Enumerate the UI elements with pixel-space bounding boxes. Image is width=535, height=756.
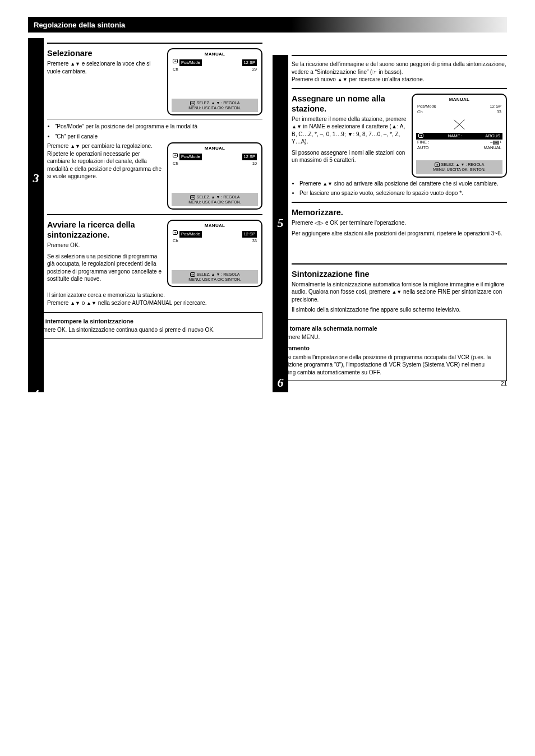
right-note-box: Per tornare alla schermata normale Preme… (273, 319, 507, 381)
osd-head: MANUAL (172, 52, 258, 58)
function-icon (173, 230, 178, 235)
osd-row-r: 10 (252, 161, 257, 166)
osd-panel-c: MANUAL Pos/Mode12 SP Ch33 SELEZ. ▲ ▼ : R… (167, 220, 262, 287)
function-icon (418, 133, 423, 138)
note-body-2: Se si cambia l'impostazione della posizi… (279, 354, 501, 377)
svg-line-5 (459, 124, 464, 129)
osd-name-value: ARGUS (485, 133, 500, 139)
left-right-icon: ◁▷ (315, 220, 324, 226)
step5-body-2: Si possono assegnare i nomi alle stazion… (292, 149, 407, 164)
step6-footer: Per aggiungere altre stazioni alle posiz… (292, 230, 507, 238)
fine-title: Sintonizzazione fine (292, 269, 507, 279)
up-down-icon: ▲▼ (70, 143, 80, 149)
step-number-3: 3 (28, 38, 44, 318)
section-header: Regolazione della sintonia (28, 17, 507, 33)
osd-row-l: Ch (173, 67, 178, 72)
step3-title: Selezionare (47, 48, 163, 58)
function-icon (173, 153, 178, 157)
section-header-title: Regolazione della sintonia (34, 21, 125, 29)
step-number-4: 4 (28, 318, 44, 392)
osd-selected-row-l: Pos/Mode (179, 59, 202, 66)
osd-footer: SELEZ. ▲ ▼ : REGOLA MENU: USCITA OK: SIN… (172, 193, 258, 206)
osd-row-l: Ch (173, 161, 178, 166)
note-title-2: Commento (279, 344, 501, 352)
osd-footer: SELEZ. ▲ ▼ : REGOLA MENU: USCITA OK: SIN… (172, 99, 258, 112)
up-down-icon: ▲▼ (322, 181, 333, 187)
step5-bullets: Premere ▲▼ sino ad arrivare alla posizio… (292, 180, 507, 197)
osd-selected-row-r: 12 SP (242, 59, 257, 66)
note-body: Premere OK. La sintonizzazione continua … (34, 326, 256, 334)
up-down-icon: ▲▼ (86, 300, 96, 306)
right-steps-bar: 5 6 (273, 55, 288, 392)
step6-title: Memorizzare. (292, 207, 507, 217)
step-number-5: 5 (273, 100, 288, 346)
note-body: Premere MENU. (279, 333, 501, 341)
list-item: “Ch” per il canale (55, 133, 262, 141)
up-down-icon: ▲▼ (292, 124, 302, 129)
osd-row-r: 33 (497, 109, 501, 115)
list-item: “Pos/Mode” per la posizione del programm… (55, 123, 262, 131)
osd-row-l: Ch (173, 238, 178, 244)
osd-fine-label: FINE : (417, 140, 429, 145)
step3-bullets: “Pos/Mode” per la posizione del programm… (47, 123, 262, 140)
osd-footer: SELEZ. ▲ ▼ : REGOLA MENU: USCITA OK: SIN… (172, 270, 258, 284)
right-column: 5 6 Se la ricezione dell'immagine e del … (273, 38, 507, 381)
osd-auto-l: AUTO (417, 145, 429, 151)
up-down-icon: ▲▼ (70, 300, 80, 306)
osd-row-r: 12 SP (490, 104, 501, 109)
antenna-icon (416, 119, 502, 132)
right-intro: Se la ricezione dell'immagine e del suon… (292, 61, 507, 84)
function-icon (190, 272, 195, 277)
step3-body: Premere ▲▼ e selezionare la voce che si … (47, 60, 163, 75)
osd-selected-row-l: Pos/Mode (179, 231, 202, 238)
svg-line-2 (454, 119, 459, 124)
svg-line-4 (454, 124, 459, 129)
function-icon (190, 195, 195, 200)
osd-auto-r: MANUAL (484, 145, 501, 151)
osd-name-label: NAME : (448, 133, 463, 139)
osd-row-l: Pos/Mode (417, 104, 436, 109)
step3-para: Premere ▲▼ per cambiare la regolazione. … (47, 142, 163, 180)
osd-head: MANUAL (172, 223, 258, 229)
step-spacer (273, 55, 288, 100)
osd-head: MANUAL (172, 146, 258, 152)
list-item: Per lasciare uno spazio vuoto, seleziona… (299, 189, 507, 197)
osd-row-l: Ch (417, 109, 423, 115)
function-icon (190, 101, 195, 105)
osd-row-r: 29 (252, 67, 257, 72)
step4-body: Premere OK. (47, 242, 163, 249)
list-item: Premere ▲▼ sino ad arrivare alla posizio… (299, 180, 507, 188)
fine-body-2: Il simbolo della sintonizzazione fine ap… (292, 306, 507, 314)
step4-footer: Se si seleziona una posizione di program… (47, 253, 163, 283)
note-title: Per tornare alla schermata normale (279, 324, 501, 332)
left-steps-bar: 3 4 (28, 38, 44, 392)
left-note-box: Per interrompere la sintonizzazione Prem… (28, 312, 262, 339)
svg-line-3 (459, 119, 464, 124)
osd-selected-row-l: Pos/Mode (179, 154, 202, 160)
step4-title: Avviare la ricerca della sintonizzazione… (47, 220, 163, 240)
osd-selected-row-r: 12 SP (242, 231, 257, 238)
osd-head: MANUAL (416, 97, 502, 103)
osd-panel-d: MANUAL Pos/Mode12 SP Ch33 NAME :ARGUS FI… (412, 94, 507, 178)
up-down-icon: ▲▼ (338, 77, 348, 82)
osd-panel-b: MANUAL Pos/Mode12 SP Ch10 SELEZ. ▲ ▼ : R… (167, 142, 262, 210)
up-down-icon: ▲▼ (391, 289, 402, 295)
function-icon (435, 163, 440, 167)
up-down-icon: ▲▼ (70, 61, 80, 67)
step6-body: Premere ◁▷ e OK per terminare l'operazio… (292, 219, 507, 227)
step-number-6: 6 (273, 346, 288, 392)
page-number: 21 (501, 381, 507, 387)
fine-body: Normalmente la sintonizzazione automatic… (292, 281, 507, 304)
note-title: Per interrompere la sintonizzazione (34, 317, 256, 325)
osd-selected-row-r: 12 SP (242, 154, 257, 160)
osd-footer: SELEZ. ▲ ▼ : REGOLA MENU: USCITA OK: SIN… (416, 160, 502, 174)
step5-body: Per immettere il nome della stazione, pr… (292, 115, 407, 146)
left-column: 3 4 Selezionare Premere ▲▼ e selezionare… (28, 38, 262, 381)
function-icon (173, 59, 178, 63)
step4-result: Il sintonizzatore cerca e memorizza la s… (47, 291, 262, 307)
step5-title: Assegnare un nome alla stazione. (292, 94, 407, 114)
osd-row-r: 33 (252, 238, 257, 244)
osd-panel-a: MANUAL Pos/Mode12 SP Ch29 SELEZ. ▲ ▼ : R… (167, 48, 262, 115)
